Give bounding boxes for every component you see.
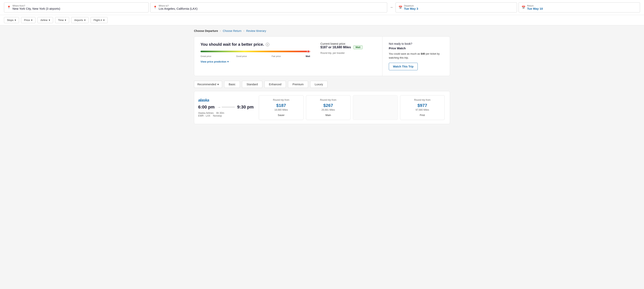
price-option-miles-3: 97,680 Miles [416, 108, 429, 111]
direction-arrow: → [389, 5, 394, 9]
wait-title: You should wait for a better price. i [200, 42, 310, 47]
great-price-label: Great price [200, 55, 211, 57]
price-option-miles-0: 18,680 Miles [274, 108, 288, 111]
search-bar: 📍 Where from? New York City, New York (3… [0, 0, 644, 15]
recommended-chevron-icon: ▾ [217, 83, 219, 86]
stops-filter[interactable]: Stops ▾ [4, 17, 19, 23]
price-option-type-0: Saver [278, 111, 284, 117]
view-prediction-chevron: ▾ [227, 60, 229, 63]
price-amount: $187 [320, 45, 328, 49]
destination-location-icon: 📍 [153, 5, 157, 9]
stops-label: Stops [7, 18, 14, 21]
time-label: Time [58, 18, 64, 21]
origin-value: New York City, New York (3 airports) [12, 7, 60, 10]
price-filter[interactable]: Price ▾ [21, 17, 36, 23]
flight-result-card: alaska 6:00 pm → 9:30 pm Alaska Airlines… [194, 91, 450, 124]
price-watch-desc-prefix: You could save as much as [389, 52, 421, 55]
info-icon[interactable]: i [266, 43, 269, 46]
price-option-type-3: First [420, 111, 425, 117]
price-watch-savings: $40 [421, 52, 425, 55]
meter-labels: Great price Good price Fair price Wait [200, 55, 310, 57]
return-calendar-icon: 📅 [522, 5, 526, 9]
not-ready-label: Not ready to book? [389, 42, 444, 45]
breadcrumb: Choose Departure › Choose Return › Revie… [194, 29, 450, 32]
stops-chevron-icon: ▾ [15, 18, 16, 21]
fair-price-label: Fair price [272, 55, 281, 57]
time-chevron-icon: ▾ [65, 18, 66, 21]
flight-number-label: Flight # [94, 18, 102, 21]
price-option-label-1: Round trip from [320, 99, 336, 101]
flight-times: 6:00 pm → 9:30 pm [198, 104, 254, 110]
calendar-icon: 📅 [398, 5, 402, 9]
origin-field[interactable]: 📍 Where from? New York City, New York (3… [4, 2, 148, 12]
price-label: Price [24, 18, 30, 21]
flight-details: Alaska Airlines 6h 30m [198, 112, 254, 114]
recommended-label: Recommended [197, 83, 216, 86]
departure-date-field[interactable]: 📅 Departure Tue May 3 [396, 2, 517, 12]
current-price-row: $187 or 18,680 Miles Wait [320, 45, 376, 49]
breadcrumb-sep-1: › [220, 29, 221, 32]
airports-chevron-icon: ▾ [84, 18, 86, 21]
price-option-1[interactable]: Round trip from $267 26,681 Miles Main [306, 95, 351, 120]
wait-badge: Wait [353, 45, 362, 49]
depart-time: 6:00 pm [198, 104, 214, 110]
airports-filter[interactable]: Airports ▾ [71, 17, 88, 23]
price-meter-section: Great price Good price Fair price Wait [200, 51, 310, 57]
breadcrumb-choose-return[interactable]: Choose Return [223, 29, 241, 32]
price-option-label-0: Round trip from [273, 99, 289, 101]
view-price-prediction[interactable]: View price prediction ▾ [200, 60, 310, 63]
breadcrumb-sep-2: › [244, 29, 244, 32]
current-price-value: $187 or 18,680 Miles [320, 45, 351, 49]
flight-number-chevron-icon: ▾ [103, 18, 105, 21]
standard-tier-button[interactable]: Standard [242, 81, 262, 88]
breadcrumb-choose-departure[interactable]: Choose Departure [194, 29, 218, 32]
price-option-amount-3: $977 [418, 103, 427, 108]
flight-arrow: → [217, 105, 235, 109]
price-card-left: You should wait for a better price. i Gr… [194, 37, 382, 76]
premium-tier-button[interactable]: Premium [288, 81, 308, 88]
current-price-section: Current lowest price: $187 or 18,680 Mil… [316, 42, 376, 58]
price-option-2 [353, 95, 398, 120]
price-option-amount-0: $187 [276, 103, 286, 108]
airline-logo-text: alaska [198, 98, 209, 102]
time-filter[interactable]: Time ▾ [55, 17, 69, 23]
airline-chevron-icon: ▾ [49, 18, 50, 21]
luxury-tier-button[interactable]: Luxury [310, 81, 328, 88]
destination-value: Los Angeles, California (LAX) [159, 7, 198, 10]
arrow-icon: → [217, 105, 221, 109]
return-label: Return [527, 4, 543, 7]
current-price-label: Current lowest price: [320, 42, 376, 45]
price-option-miles-1: 26,681 Miles [322, 108, 335, 111]
price-option-3[interactable]: Round trip from $977 97,680 Miles First [400, 95, 445, 120]
flight-route: EWR - LAX Nonstop [198, 114, 254, 117]
price-miles: 18,680 Miles [332, 45, 351, 49]
breadcrumb-review-itinerary[interactable]: Review Itinerary [246, 29, 266, 32]
price-prediction-card: You should wait for a better price. i Gr… [194, 36, 450, 76]
flight-line [222, 107, 235, 107]
flight-number-filter[interactable]: Flight # ▾ [90, 17, 108, 23]
wait-message: You should wait for a better price. [200, 42, 264, 47]
price-option-0[interactable]: Round trip from $187 18,680 Miles Saver [259, 95, 304, 120]
enhanced-tier-button[interactable]: Enhanced [264, 81, 286, 88]
price-watch-heading: Price Watch [389, 46, 444, 50]
stops-text: Nonstop [213, 114, 222, 117]
departure-label: Departure [404, 4, 418, 7]
price-option-type-1: Main [325, 111, 331, 117]
recommended-button[interactable]: Recommended ▾ [194, 81, 222, 88]
arrive-time: 9:30 pm [237, 104, 254, 110]
flight-info: alaska 6:00 pm → 9:30 pm Alaska Airlines… [198, 95, 258, 120]
airline-label: Airline [40, 18, 48, 21]
basic-tier-button[interactable]: Basic [224, 81, 240, 88]
location-icon: 📍 [7, 5, 11, 9]
airline-full-name: Alaska Airlines [198, 112, 214, 114]
airline-filter[interactable]: Airline ▾ [38, 17, 53, 23]
return-date-field[interactable]: 📅 Return Tue May 10 [518, 2, 640, 12]
flight-duration: 6h 30m [216, 112, 224, 114]
destination-label: Where to? [159, 4, 198, 7]
return-value: Tue May 10 [527, 7, 543, 10]
view-prediction-text: View price prediction [200, 60, 226, 63]
filter-tabs: Recommended ▾ Basic Standard Enhanced Pr… [194, 81, 450, 88]
destination-field[interactable]: 📍 Where to? Los Angeles, California (LAX… [150, 2, 387, 12]
watch-trip-button[interactable]: Watch This Trip [389, 63, 418, 70]
good-price-label: Good price [236, 55, 247, 57]
